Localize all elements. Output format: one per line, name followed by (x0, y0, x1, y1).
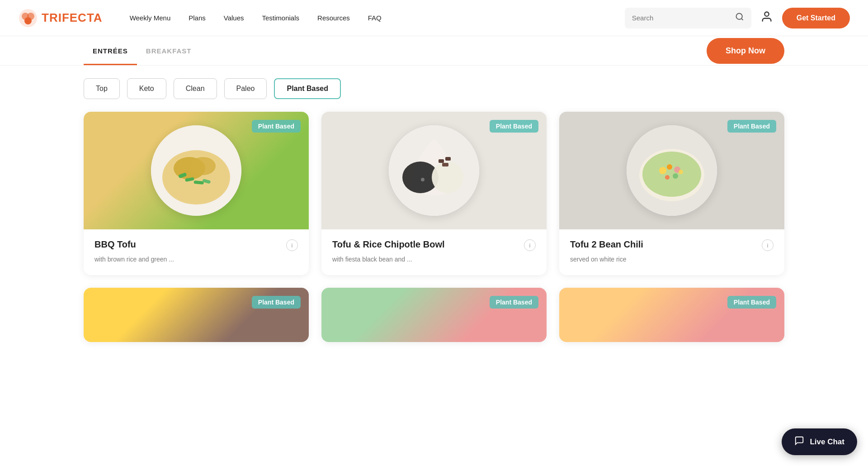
filter-clean[interactable]: Clean (174, 78, 217, 99)
svg-point-25 (659, 167, 666, 174)
svg-point-26 (667, 164, 672, 170)
svg-point-30 (679, 170, 683, 174)
plate-illustration (627, 125, 717, 216)
bottom-card-2[interactable]: Plant Based (321, 288, 547, 342)
nav-resources[interactable]: Resources (317, 14, 350, 22)
filter-plant-based[interactable]: Plant Based (274, 78, 341, 99)
card-image-wrapper: Plant Based (84, 112, 309, 229)
card-tofu-bean-chili[interactable]: Plant Based Tofu 2 Bean Chili i served o… (559, 112, 784, 275)
bottom-cards-grid: Plant Based Plant Based Plant Based (0, 288, 868, 342)
nav-plans[interactable]: Plans (189, 14, 206, 22)
filter-top[interactable]: Top (84, 78, 120, 99)
card-badge: Plant Based (727, 120, 776, 133)
nav-weekly-menu[interactable]: Weekly Menu (130, 14, 171, 22)
card-title: BBQ Tofu (94, 238, 136, 250)
live-chat-label: Live Chat (810, 437, 844, 447)
card-tofu-rice[interactable]: Plant Based Tofu & Rice Chipotle Bowl i … (321, 112, 547, 275)
shop-now-button[interactable]: Shop Now (707, 38, 784, 64)
svg-point-3 (24, 17, 32, 24)
filter-paleo[interactable]: Paleo (224, 78, 267, 99)
nav-faq[interactable]: FAQ (368, 14, 382, 22)
nav-testimonials[interactable]: Testimonials (262, 14, 300, 22)
search-bar (625, 8, 751, 29)
svg-point-4 (736, 14, 742, 19)
filters-section: Top Keto Clean Paleo Plant Based (0, 66, 868, 112)
card-badge: Plant Based (490, 120, 538, 133)
get-started-button[interactable]: Get Started (782, 8, 850, 29)
card-title-row: Tofu 2 Bean Chili i (570, 238, 774, 251)
info-icon[interactable]: i (524, 239, 536, 251)
card-badge: Plant Based (727, 296, 776, 309)
card-bbq-tofu[interactable]: Plant Based BBQ Tofu i with brown rice a… (84, 112, 309, 275)
card-badge: Plant Based (252, 120, 301, 133)
search-icon (735, 12, 744, 21)
svg-point-21 (421, 178, 425, 181)
card-description: with brown rice and green ... (94, 255, 298, 264)
plate (389, 125, 479, 216)
tabs-section: ENTRÉES BREAKFAST Shop Now (0, 36, 868, 66)
svg-point-29 (673, 173, 678, 179)
live-chat-widget[interactable]: Live Chat (782, 428, 857, 455)
search-button[interactable] (735, 12, 744, 24)
plate-illustration (389, 125, 479, 216)
bottom-card-3[interactable]: Plant Based (559, 288, 784, 342)
svg-point-24 (642, 152, 701, 197)
chat-bubble-icon (794, 436, 804, 446)
logo-text: TRIFECTA (42, 11, 103, 25)
cards-grid: Plant Based BBQ Tofu i with brown rice a… (0, 112, 868, 275)
svg-point-10 (190, 157, 216, 175)
card-body: BBQ Tofu i with brown rice and green ... (84, 229, 309, 275)
plate-illustration (151, 125, 241, 216)
svg-rect-19 (445, 157, 451, 161)
svg-rect-20 (442, 163, 448, 166)
tabs: ENTRÉES BREAKFAST (84, 36, 201, 65)
card-title: Tofu & Rice Chipotle Bowl (332, 238, 445, 250)
plate (151, 125, 241, 216)
card-title-row: BBQ Tofu i (94, 238, 298, 251)
card-description: served on white rice (570, 255, 774, 264)
card-image-wrapper: Plant Based (559, 112, 784, 229)
card-badge: Plant Based (252, 296, 301, 309)
logo-icon (18, 8, 38, 28)
bottom-card-1[interactable]: Plant Based (84, 288, 309, 342)
card-title: Tofu 2 Bean Chili (570, 238, 643, 250)
card-body: Tofu & Rice Chipotle Bowl i with fiesta … (321, 229, 547, 275)
svg-point-6 (764, 12, 769, 16)
nav-values[interactable]: Values (224, 14, 244, 22)
navbar: TRIFECTA Weekly Menu Plans Values Testim… (0, 0, 868, 36)
plate (627, 125, 717, 216)
card-image-wrapper: Plant Based (321, 112, 547, 229)
info-icon[interactable]: i (286, 239, 298, 251)
tab-entrees[interactable]: ENTRÉES (84, 36, 137, 65)
card-description: with fiesta black bean and ... (332, 255, 536, 264)
card-body: Tofu 2 Bean Chili i served on white rice (559, 229, 784, 275)
logo-link[interactable]: TRIFECTA (18, 8, 103, 28)
search-input[interactable] (632, 14, 735, 22)
info-icon[interactable]: i (762, 239, 774, 251)
filter-keto[interactable]: Keto (127, 78, 166, 99)
card-badge: Plant Based (490, 296, 538, 309)
card-title-row: Tofu & Rice Chipotle Bowl i (332, 238, 536, 251)
chat-icon (794, 436, 804, 448)
svg-rect-18 (439, 159, 444, 163)
nav-links: Weekly Menu Plans Values Testimonials Re… (130, 14, 625, 22)
svg-line-5 (741, 19, 743, 20)
user-icon (760, 10, 773, 23)
user-account-button[interactable] (760, 10, 773, 26)
tab-breakfast[interactable]: BREAKFAST (137, 36, 201, 65)
svg-point-28 (665, 175, 670, 180)
